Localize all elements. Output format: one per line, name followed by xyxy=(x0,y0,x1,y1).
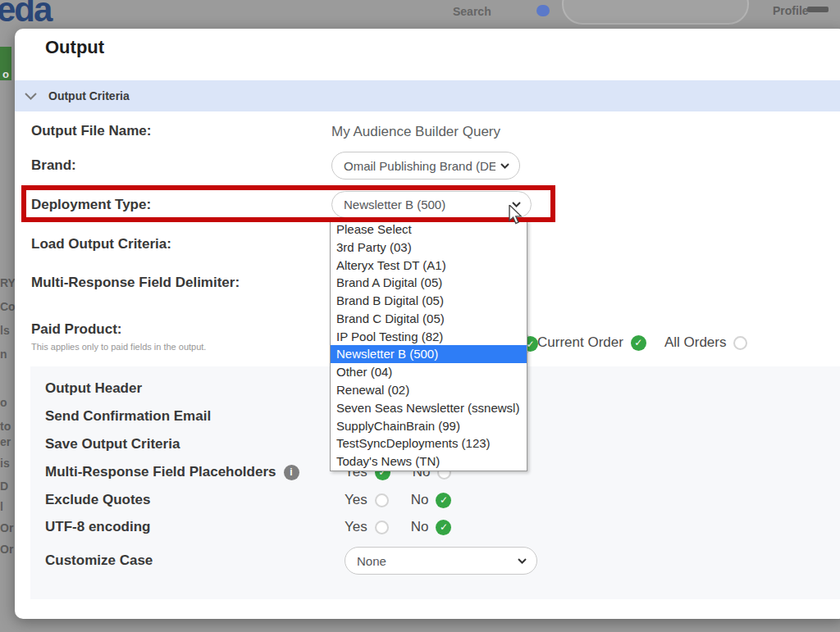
panel-row-label: Save Output Criteria xyxy=(45,436,180,452)
search-input xyxy=(562,0,749,25)
brand-select-value: Omail Publishing Brand (DE xyxy=(344,159,495,173)
check-icon[interactable]: ✓ xyxy=(436,520,451,535)
paid-product-option-label: Current Order xyxy=(537,334,623,351)
dropdown-option[interactable]: Today's News (TN) xyxy=(331,452,527,471)
modal-title: Output xyxy=(45,37,104,58)
dropdown-option[interactable]: Brand C Digital (05) xyxy=(331,310,527,328)
panel-row-label: Exclude Quotes xyxy=(45,492,150,508)
panel-row-label: Output Header xyxy=(45,380,142,397)
panel-row-controls: YesNo✓ xyxy=(345,513,451,541)
dropdown-option[interactable]: Renewal (02) xyxy=(331,381,527,399)
paid-product-options: Current Order✓All Orders xyxy=(537,334,747,351)
dropdown-option[interactable]: Other (04) xyxy=(331,363,527,381)
radio-unselected-icon[interactable] xyxy=(375,521,389,534)
dropdown-option[interactable]: Seven Seas Newsletter (ssnewsl) xyxy=(331,399,527,417)
panel-row-label: UTF-8 encoding xyxy=(45,519,150,535)
background-text-fragment: o xyxy=(0,396,7,409)
panel-row-label: Send Confirmation Email xyxy=(45,408,211,425)
output-file-name-label: Output File Name: xyxy=(31,123,151,139)
background-text-fragment: er xyxy=(0,435,11,448)
background-text-fragment: Or xyxy=(0,543,13,556)
sidebar-active-item-label: o xyxy=(2,68,9,80)
radio-unselected-icon[interactable] xyxy=(375,493,389,507)
deployment-type-select[interactable]: Newsletter B (500) xyxy=(331,191,532,218)
dropdown-option[interactable]: IP Pool Testing (82) xyxy=(331,328,527,346)
info-icon[interactable]: i xyxy=(284,465,299,480)
background-text-fragment: Co xyxy=(0,300,16,313)
panel-row-controls: None xyxy=(345,547,537,575)
dropdown-option[interactable]: Alteryx Test DT (A1) xyxy=(331,257,527,275)
chevron-down-icon xyxy=(500,163,509,169)
customize-case-select[interactable]: None xyxy=(345,547,537,575)
panel-row: Customize CaseNone xyxy=(45,547,830,575)
no-label: No xyxy=(411,492,429,508)
multi-response-delimiter-label: Multi-Response Field Delimiter: xyxy=(31,275,240,291)
profile-label: Profile xyxy=(773,4,809,17)
background-text-fragment: ls xyxy=(0,324,10,337)
section-label: Output Criteria xyxy=(48,89,130,102)
output-modal: Output Output Criteria Output File Name:… xyxy=(15,29,840,619)
brand-select[interactable]: Omail Publishing Brand (DE xyxy=(331,152,520,180)
paid-product-option[interactable]: All Orders xyxy=(664,334,748,351)
chevron-down-icon[interactable] xyxy=(25,93,37,100)
yes-label: Yes xyxy=(345,519,368,535)
paid-product-option[interactable]: Current Order✓ xyxy=(537,334,646,351)
dropdown-option[interactable]: Please Select xyxy=(331,221,527,239)
background-text-fragment: n xyxy=(0,348,7,361)
sidebar-active-item: o xyxy=(0,47,11,80)
output-criteria-section-header[interactable]: Output Criteria xyxy=(15,80,840,111)
dropdown-option[interactable]: TestSyncDeployments (123) xyxy=(331,434,527,452)
panel-row-controls: YesNo✓ xyxy=(345,486,451,514)
check-icon[interactable]: ✓ xyxy=(436,493,451,508)
check-icon[interactable]: ✓ xyxy=(631,335,646,351)
dropdown-option[interactable]: 3rd Party (03) xyxy=(331,239,527,257)
paid-product-note: This applies only to paid fields in the … xyxy=(31,342,206,352)
dropdown-option[interactable]: Brand A Digital (05) xyxy=(331,274,527,292)
panel-row-label: Multi-Response Field Placeholders xyxy=(45,464,276,480)
paid-product-option-label: All Orders xyxy=(664,334,727,351)
profile-menu-icon xyxy=(807,7,829,12)
brand-label: Brand: xyxy=(31,157,76,174)
chevron-down-icon xyxy=(512,202,521,207)
no-label: No xyxy=(411,519,429,535)
customize-case-select-value: None xyxy=(357,554,386,568)
chevron-down-icon xyxy=(518,558,527,564)
background-text-fragment: Or xyxy=(0,521,13,534)
background-text-fragment: RY xyxy=(0,276,16,289)
background-text-fragment: D xyxy=(0,480,8,493)
panel-row: Exclude QuotesYesNo✓ xyxy=(45,486,830,514)
dropdown-option[interactable]: Brand B Digital (05) xyxy=(331,292,527,310)
load-output-criteria-label: Load Output Criteria: xyxy=(31,236,171,252)
deployment-type-label: Deployment Type: xyxy=(31,197,151,213)
output-file-name-value: My Audience Builder Query xyxy=(331,124,500,140)
app-logo: eda xyxy=(0,0,51,30)
background-text-fragment: to xyxy=(0,420,11,433)
background-text-fragment: l xyxy=(0,500,3,513)
deployment-type-dropdown-list: Please Select3rd Party (03)Alteryx Test … xyxy=(330,220,527,471)
search-label: Search xyxy=(453,5,491,18)
deployment-type-select-value: Newsletter B (500) xyxy=(344,198,445,211)
paid-product-label: Paid Product: xyxy=(31,321,122,338)
background-text-fragment: is xyxy=(0,457,10,470)
panel-row: UTF-8 encodingYesNo✓ xyxy=(45,513,830,541)
radio-unselected-icon[interactable] xyxy=(733,336,747,350)
dropdown-option[interactable]: Newsletter B (500) xyxy=(331,345,527,363)
dropdown-option[interactable]: SupplyChainBrain (99) xyxy=(331,417,527,435)
help-icon xyxy=(536,5,550,16)
panel-row-label: Customize Case xyxy=(45,552,153,569)
yes-label: Yes xyxy=(345,492,368,508)
